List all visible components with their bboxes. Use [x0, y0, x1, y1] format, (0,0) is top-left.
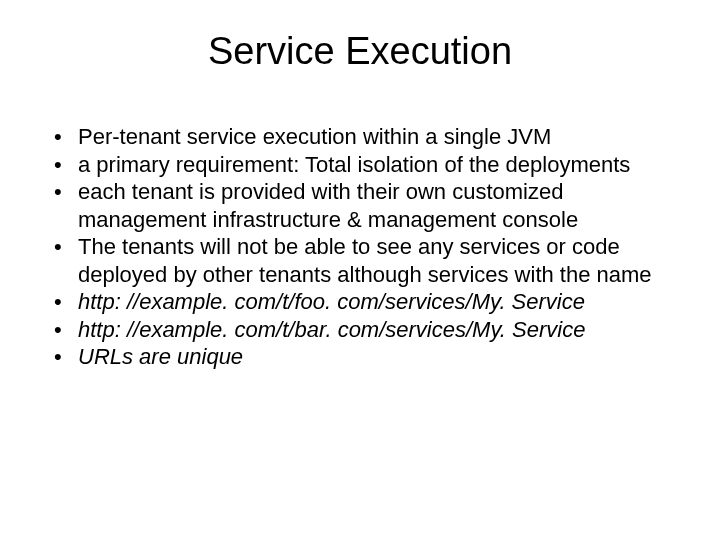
slide-title: Service Execution — [40, 30, 680, 73]
list-item: each tenant is provided with their own c… — [50, 178, 670, 233]
bullet-text: a primary requirement: Total isolation o… — [78, 152, 630, 177]
bullet-text: Per-tenant service execution within a si… — [78, 124, 551, 149]
bullet-text: http: //example. com/t/foo. com/services… — [78, 289, 585, 314]
slide: Service Execution Per-tenant service exe… — [0, 0, 720, 540]
list-item: http: //example. com/t/foo. com/services… — [50, 288, 670, 316]
bullet-text: each tenant is provided with their own c… — [78, 179, 578, 232]
bullet-text: URLs are unique — [78, 344, 243, 369]
list-item: The tenants will not be able to see any … — [50, 233, 670, 288]
list-item: a primary requirement: Total isolation o… — [50, 151, 670, 179]
list-item: Per-tenant service execution within a si… — [50, 123, 670, 151]
list-item: URLs are unique — [50, 343, 670, 371]
bullet-text: The tenants will not be able to see any … — [78, 234, 652, 287]
list-item: http: //example. com/t/bar. com/services… — [50, 316, 670, 344]
bullet-list: Per-tenant service execution within a si… — [50, 123, 670, 371]
bullet-text: http: //example. com/t/bar. com/services… — [78, 317, 585, 342]
